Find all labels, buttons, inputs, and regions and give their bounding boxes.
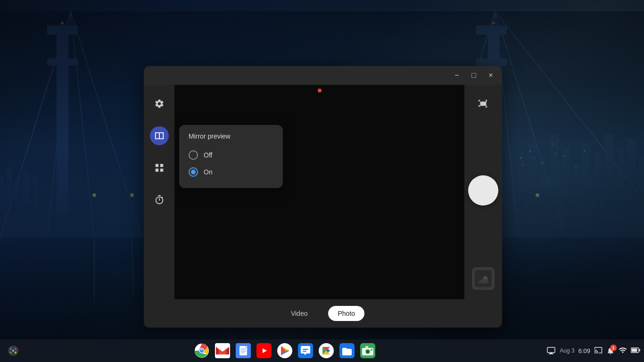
screen-capture-icon[interactable] (546, 346, 556, 356)
time-display: 6:09 (578, 347, 590, 354)
taskbar-youtube[interactable] (255, 341, 273, 360)
svg-rect-6 (57, 25, 68, 214)
svg-rect-20 (7, 167, 12, 205)
mirror-on-label: On (204, 168, 213, 176)
svg-point-65 (10, 348, 12, 350)
svg-rect-35 (594, 153, 601, 209)
mirror-on-option[interactable]: On (189, 164, 273, 181)
minimize-button[interactable]: − (449, 68, 464, 83)
camera-body (144, 85, 502, 299)
date-display: Aug 3 (560, 347, 574, 354)
svg-rect-45 (552, 143, 553, 145)
svg-rect-86 (303, 349, 308, 350)
svg-point-50 (92, 193, 96, 197)
svg-rect-24 (1, 179, 2, 180)
last-photo-thumbnail[interactable] (472, 267, 495, 290)
window-controls: − □ × (449, 68, 498, 83)
taskbar-camera[interactable] (358, 341, 377, 360)
svg-point-63 (486, 277, 487, 279)
taskbar-gmail[interactable] (213, 341, 232, 360)
svg-rect-49 (584, 150, 586, 152)
svg-rect-26 (8, 172, 9, 173)
svg-point-93 (366, 350, 369, 353)
mirror-preview-icon[interactable] (150, 126, 169, 145)
camera-window: − □ × (144, 66, 502, 328)
svg-rect-94 (365, 346, 368, 348)
taskbar-play-store[interactable] (275, 341, 294, 360)
svg-point-62 (483, 276, 487, 281)
svg-point-67 (10, 352, 12, 354)
taskbar: Aug 3 6:09 1 (0, 339, 644, 362)
taskbar-chat[interactable] (296, 341, 315, 360)
wifi-icon[interactable] (619, 346, 627, 356)
mirror-preview-popup: Mirror preview Off On (179, 125, 283, 188)
svg-point-66 (15, 348, 17, 350)
taskbar-play-games[interactable] (317, 341, 336, 360)
svg-rect-36 (604, 134, 614, 209)
svg-rect-34 (582, 143, 591, 209)
grid-icon[interactable] (150, 158, 169, 177)
taskbar-left (4, 343, 23, 358)
bottom-bar: Video Photo (144, 299, 502, 328)
svg-rect-80 (240, 351, 246, 352)
close-button[interactable]: × (483, 68, 498, 83)
svg-line-13 (495, 11, 644, 200)
svg-line-3 (47, 11, 71, 238)
launcher-button[interactable] (6, 343, 21, 358)
timer-icon[interactable] (150, 190, 169, 209)
svg-rect-22 (23, 172, 30, 205)
left-sidebar (144, 85, 174, 299)
svg-point-68 (15, 352, 17, 354)
settings-icon[interactable] (150, 94, 169, 113)
maximize-button[interactable]: □ (466, 68, 481, 83)
svg-rect-16 (476, 58, 507, 66)
svg-rect-101 (639, 349, 640, 351)
svg-rect-79 (240, 350, 246, 351)
recording-indicator (318, 89, 322, 92)
svg-rect-31 (550, 134, 559, 209)
taskbar-docs[interactable] (234, 341, 253, 360)
mirror-off-option[interactable]: Off (189, 147, 273, 164)
svg-rect-43 (533, 157, 534, 159)
scan-icon[interactable] (474, 94, 493, 113)
svg-rect-44 (542, 162, 543, 164)
battery-icon[interactable] (631, 347, 640, 355)
taskbar-chrome[interactable] (192, 341, 211, 360)
photo-mode-button[interactable]: Photo (328, 306, 364, 321)
svg-rect-96 (547, 347, 555, 353)
taskbar-center (192, 341, 377, 360)
camera-viewport (174, 85, 464, 299)
svg-rect-27 (10, 176, 11, 177)
notification-area[interactable]: 1 (606, 346, 615, 355)
svg-rect-15 (476, 25, 507, 35)
notification-count: 1 (610, 345, 617, 351)
svg-rect-39 (639, 157, 644, 209)
svg-rect-46 (555, 153, 557, 154)
svg-rect-100 (631, 348, 637, 352)
taskbar-files[interactable] (338, 341, 356, 360)
svg-line-59 (132, 238, 133, 294)
shutter-button[interactable] (468, 175, 498, 206)
svg-rect-41 (522, 165, 524, 166)
svg-rect-8 (47, 58, 78, 66)
svg-rect-37 (618, 148, 624, 209)
mirror-off-label: Off (204, 151, 212, 159)
svg-rect-48 (575, 167, 577, 168)
svg-point-95 (371, 349, 372, 351)
svg-point-17 (61, 22, 64, 25)
svg-line-5 (71, 11, 141, 238)
mirror-off-radio[interactable] (189, 150, 198, 160)
svg-line-4 (71, 11, 94, 238)
svg-rect-28 (519, 153, 524, 209)
svg-rect-87 (303, 351, 306, 352)
svg-point-69 (12, 350, 14, 352)
svg-rect-42 (529, 150, 531, 152)
cast-icon[interactable] (594, 346, 603, 356)
mirror-on-radio[interactable] (189, 167, 198, 177)
svg-rect-97 (550, 353, 553, 354)
video-mode-button[interactable]: Video (281, 306, 317, 321)
svg-point-74 (201, 349, 202, 351)
svg-rect-32 (562, 148, 570, 209)
svg-rect-98 (549, 354, 553, 354)
svg-rect-38 (627, 139, 636, 209)
